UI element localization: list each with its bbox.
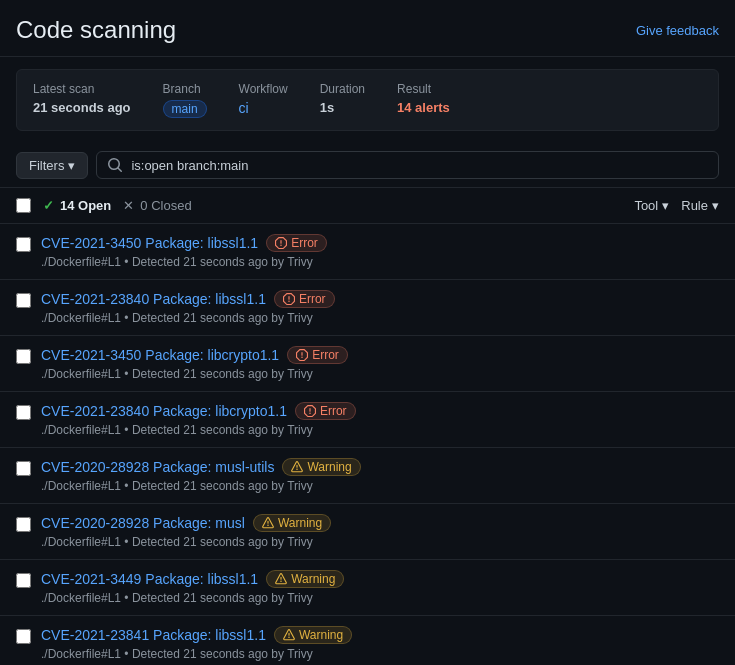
filters-button[interactable]: Filters ▾ [16,152,88,179]
error-badge: Error [266,234,327,252]
alert-content: CVE-2020-28928 Package: musl-utils Warni… [41,458,719,493]
closed-count-label: 0 Closed [140,198,191,213]
open-tab[interactable]: ✓ 14 Open [43,198,111,213]
alert-name[interactable]: CVE-2021-23840 Package: libcrypto1.1 [41,403,287,419]
search-container [96,151,719,179]
rule-button[interactable]: Rule ▾ [681,198,719,213]
alert-row[interactable]: CVE-2021-23840 Package: libcrypto1.1 Err… [0,392,735,448]
no-entry-icon [275,237,287,249]
alert-name[interactable]: CVE-2021-23840 Package: libssl1.1 [41,291,266,307]
workflow-label: Workflow [239,82,288,96]
rule-chevron-icon: ▾ [712,198,719,213]
alert-row[interactable]: CVE-2021-23840 Package: libssl1.1 Error … [0,280,735,336]
alert-meta: ./Dockerfile#L1 • Detected 21 seconds ag… [41,591,719,605]
rule-label: Rule [681,198,708,213]
alert-row[interactable]: CVE-2020-28928 Package: musl-utils Warni… [0,448,735,504]
alert-checkbox[interactable] [16,405,31,420]
warning-badge: Warning [274,626,352,644]
alert-checkbox[interactable] [16,349,31,364]
tool-chevron-icon: ▾ [662,198,669,213]
branch-item: Branch main [163,82,207,118]
tool-label: Tool [634,198,658,213]
no-entry-icon [283,293,295,305]
alert-meta: ./Dockerfile#L1 • Detected 21 seconds ag… [41,423,719,437]
tool-button[interactable]: Tool ▾ [634,198,669,213]
alert-title-row: CVE-2021-3450 Package: libssl1.1 Error [41,234,719,252]
alert-title-row: CVE-2021-23840 Package: libcrypto1.1 Err… [41,402,719,420]
duration-value: 1s [320,100,365,115]
alert-checkbox[interactable] [16,461,31,476]
x-icon: ✕ [123,198,134,213]
alert-checkbox[interactable] [16,573,31,588]
alert-content: CVE-2021-3449 Package: libssl1.1 Warning… [41,570,719,605]
closed-tab[interactable]: ✕ 0 Closed [123,198,191,213]
alert-title-row: CVE-2021-23841 Package: libssl1.1 Warnin… [41,626,719,644]
search-icon [107,157,123,173]
alert-checkbox[interactable] [16,629,31,644]
error-badge: Error [274,290,335,308]
alert-name[interactable]: CVE-2021-3450 Package: libcrypto1.1 [41,347,279,363]
warning-icon [283,629,295,641]
alert-content: CVE-2021-23840 Package: libcrypto1.1 Err… [41,402,719,437]
duration-item: Duration 1s [320,82,365,115]
alert-name[interactable]: CVE-2021-23841 Package: libssl1.1 [41,627,266,643]
alert-title-row: CVE-2021-23840 Package: libssl1.1 Error [41,290,719,308]
alert-row[interactable]: CVE-2021-3449 Package: libssl1.1 Warning… [0,560,735,616]
alert-title-row: CVE-2020-28928 Package: musl-utils Warni… [41,458,719,476]
alert-meta: ./Dockerfile#L1 • Detected 21 seconds ag… [41,535,719,549]
alert-row[interactable]: CVE-2021-3450 Package: libcrypto1.1 Erro… [0,336,735,392]
warning-badge: Warning [266,570,344,588]
no-entry-icon [296,349,308,361]
alert-content: CVE-2021-23841 Package: libssl1.1 Warnin… [41,626,719,661]
alert-content: CVE-2021-3450 Package: libcrypto1.1 Erro… [41,346,719,381]
alert-checkbox[interactable] [16,293,31,308]
page-header: Code scanning Give feedback [0,0,735,57]
alert-name[interactable]: CVE-2020-28928 Package: musl [41,515,245,531]
alert-title-row: CVE-2020-28928 Package: musl Warning [41,514,719,532]
latest-scan-value: 21 seconds ago [33,100,131,115]
alert-name[interactable]: CVE-2021-3449 Package: libssl1.1 [41,571,258,587]
alert-content: CVE-2021-23840 Package: libssl1.1 Error … [41,290,719,325]
page-title: Code scanning [16,16,176,44]
result-value: 14 alerts [397,100,450,115]
branch-label: Branch [163,82,207,96]
branch-badge: main [163,100,207,118]
warning-badge: Warning [282,458,360,476]
alert-name[interactable]: CVE-2021-3450 Package: libssl1.1 [41,235,258,251]
alert-checkbox[interactable] [16,237,31,252]
alert-meta: ./Dockerfile#L1 • Detected 21 seconds ag… [41,311,719,325]
master-checkbox[interactable] [16,198,31,213]
alert-row[interactable]: CVE-2021-23841 Package: libssl1.1 Warnin… [0,616,735,665]
search-input[interactable] [131,158,708,173]
alert-row[interactable]: CVE-2020-28928 Package: musl Warning ./D… [0,504,735,560]
warning-icon [291,461,303,473]
scan-info-bar: Latest scan 21 seconds ago Branch main W… [16,69,719,131]
alerts-list: CVE-2021-3450 Package: libssl1.1 Error .… [0,224,735,665]
alert-content: CVE-2020-28928 Package: musl Warning ./D… [41,514,719,549]
alert-content: CVE-2021-3450 Package: libssl1.1 Error .… [41,234,719,269]
give-feedback-link[interactable]: Give feedback [636,23,719,38]
alert-meta: ./Dockerfile#L1 • Detected 21 seconds ag… [41,367,719,381]
warning-icon [275,573,287,585]
alert-checkbox[interactable] [16,517,31,532]
alert-row[interactable]: CVE-2021-3450 Package: libssl1.1 Error .… [0,224,735,280]
error-badge: Error [295,402,356,420]
filters-bar: Filters ▾ [0,143,735,188]
workflow-item: Workflow ci [239,82,288,116]
open-count-label: 14 Open [60,198,111,213]
check-icon: ✓ [43,198,54,213]
latest-scan-item: Latest scan 21 seconds ago [33,82,131,115]
filters-label: Filters [29,158,64,173]
duration-label: Duration [320,82,365,96]
alert-meta: ./Dockerfile#L1 • Detected 21 seconds ag… [41,479,719,493]
alerts-bar-left: ✓ 14 Open ✕ 0 Closed [16,198,192,213]
alert-meta: ./Dockerfile#L1 • Detected 21 seconds ag… [41,255,719,269]
chevron-down-icon: ▾ [68,158,75,173]
alert-meta: ./Dockerfile#L1 • Detected 21 seconds ag… [41,647,719,661]
alerts-tab-bar: ✓ 14 Open ✕ 0 Closed Tool ▾ Rule ▾ [0,188,735,224]
result-label: Result [397,82,450,96]
workflow-link[interactable]: ci [239,100,288,116]
alerts-bar-right: Tool ▾ Rule ▾ [634,198,719,213]
alert-name[interactable]: CVE-2020-28928 Package: musl-utils [41,459,274,475]
warning-icon [262,517,274,529]
